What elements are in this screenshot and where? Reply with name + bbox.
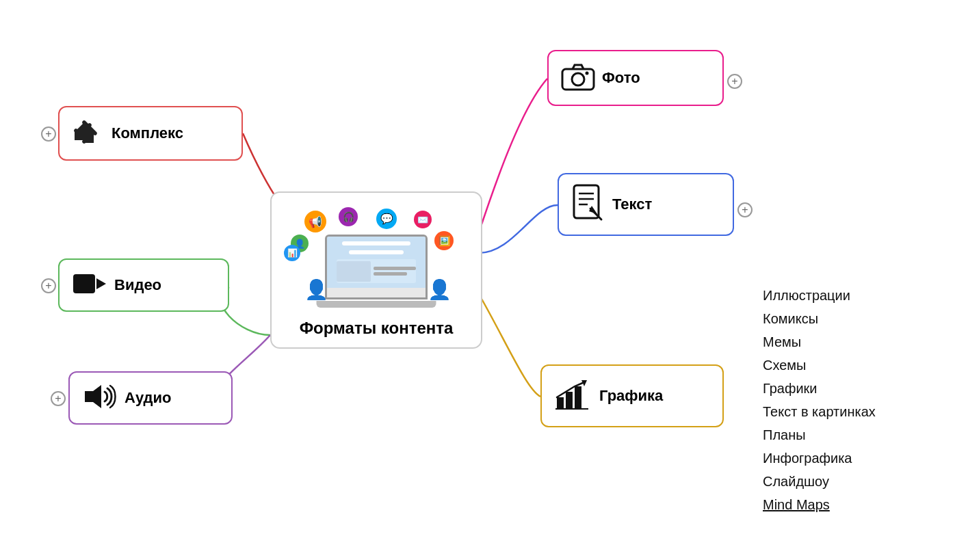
svg-marker-1 xyxy=(96,278,106,289)
svg-point-5 xyxy=(586,71,589,75)
icon-mail: ✉️ xyxy=(414,211,432,228)
node-video[interactable]: Видео xyxy=(58,258,229,312)
node-grafika[interactable]: Графика xyxy=(540,364,724,427)
text-line-a xyxy=(374,267,415,270)
node-tekst-label: Текст xyxy=(612,196,652,213)
screen-line1 xyxy=(342,241,411,245)
list-item-7: Инфографика xyxy=(763,446,876,470)
node-foto-label: Фото xyxy=(602,69,640,87)
laptop-image xyxy=(337,261,371,282)
center-illustration: 📢 🎧 💬 ✉️ 👤 🖼️ 📊 xyxy=(284,207,469,313)
list-item-4: Графики xyxy=(763,377,876,400)
list-panel: Иллюстрации Комиксы Мемы Схемы Графики Т… xyxy=(763,284,876,516)
node-video-icon xyxy=(72,270,107,301)
mind-map-canvas: 📢 🎧 💬 ✉️ 👤 🖼️ 📊 xyxy=(0,0,968,560)
list-item-2: Мемы xyxy=(763,330,876,354)
list-item-5: Текст в картинках xyxy=(763,400,876,423)
laptop xyxy=(325,235,428,299)
svg-marker-2 xyxy=(85,385,101,408)
node-foto-icon xyxy=(561,62,595,94)
icon-headphone: 🎧 xyxy=(339,207,358,226)
node-audio-label: Аудио xyxy=(125,389,172,407)
node-kompleks-icon xyxy=(72,116,105,152)
node-video-label: Видео xyxy=(114,276,161,294)
node-kompleks-label: Комплекс xyxy=(112,124,183,142)
svg-point-4 xyxy=(572,73,584,85)
list-item-0: Иллюстрации xyxy=(763,284,876,307)
text-line-b xyxy=(374,272,407,276)
screen-line2 xyxy=(349,250,403,254)
person-left: 👤 xyxy=(304,278,328,301)
icon-chat: 💬 xyxy=(376,209,397,229)
node-kompleks-plus[interactable]: + xyxy=(41,126,56,142)
svg-rect-13 xyxy=(566,392,573,408)
node-grafika-label: Графика xyxy=(599,387,663,405)
list-item-3: Схемы xyxy=(763,354,876,377)
node-tekst-plus[interactable]: + xyxy=(737,202,753,217)
node-video-plus[interactable]: + xyxy=(41,278,56,293)
icon-megaphone: 📢 xyxy=(304,211,326,232)
icon-img: 🖼️ xyxy=(434,231,454,250)
svg-marker-11 xyxy=(589,206,597,214)
laptop-base xyxy=(317,301,436,308)
list-item-1: Комиксы xyxy=(763,307,876,330)
list-item-8: Слайдшоу xyxy=(763,470,876,493)
icon-chart: 📊 xyxy=(284,245,300,261)
svg-rect-0 xyxy=(73,274,95,293)
node-audio-icon xyxy=(82,382,118,414)
node-audio[interactable]: Аудио xyxy=(68,371,233,425)
person-right: 👤 xyxy=(428,278,452,301)
node-audio-plus[interactable]: + xyxy=(51,391,66,406)
node-tekst[interactable]: Текст xyxy=(558,173,734,236)
node-foto-plus[interactable]: + xyxy=(727,74,742,89)
center-node: 📢 🎧 💬 ✉️ 👤 🖼️ 📊 xyxy=(270,191,482,349)
list-item-6: Планы xyxy=(763,423,876,446)
laptop-content xyxy=(337,259,415,283)
list-item-9: Mind Maps xyxy=(763,493,876,516)
laptop-screen xyxy=(327,237,426,288)
node-kompleks[interactable]: Комплекс xyxy=(58,106,243,161)
laptop-text-area xyxy=(374,267,415,276)
svg-rect-12 xyxy=(557,397,564,408)
svg-rect-14 xyxy=(575,386,581,408)
node-tekst-icon xyxy=(571,184,605,226)
node-grafika-icon xyxy=(554,377,592,416)
center-node-title: Форматы контента xyxy=(300,319,454,338)
node-foto[interactable]: Фото xyxy=(547,50,724,106)
